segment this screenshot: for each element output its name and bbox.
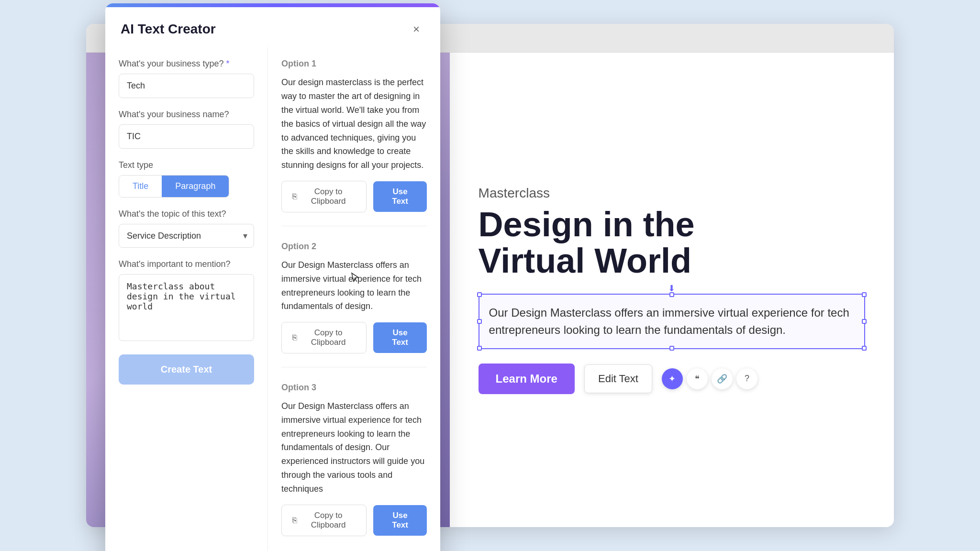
text-type-toggle: Title Paragraph	[119, 175, 229, 198]
business-type-label: What's your business type? *	[119, 59, 254, 69]
mention-label: What's important to mention?	[119, 259, 254, 269]
option-1-copy-button[interactable]: ⎘ Copy to Clipboard	[281, 181, 367, 212]
left-panel: What's your business type? * What's your…	[105, 47, 268, 551]
ai-text-creator-modal: AI Text Creator × What's your business t…	[105, 3, 440, 551]
required-marker: *	[226, 59, 230, 68]
modal-body: What's your business type? * What's your…	[105, 47, 440, 551]
option-1-text: Our design masterclass is the perfect wa…	[281, 76, 427, 172]
option-3-copy-button[interactable]: ⎘ Copy to Clipboard	[281, 505, 367, 536]
modal-header: AI Text Creator ×	[105, 7, 440, 47]
right-panel: Option 1 Our design masterclass is the p…	[268, 47, 440, 551]
option-1-label: Option 1	[281, 59, 427, 69]
copy-icon-2: ⎘	[292, 333, 297, 342]
modal-top-bar	[105, 3, 440, 7]
modal-title: AI Text Creator	[121, 22, 216, 37]
business-name-input[interactable]	[119, 124, 254, 149]
copy-icon-3: ⎘	[292, 516, 297, 525]
text-type-section: Text type Title Paragraph	[119, 160, 254, 198]
option-3-label: Option 3	[281, 383, 427, 393]
option-2-actions: ⎘ Copy to Clipboard Use Text	[281, 322, 427, 353]
option-2-text: Our Design Masterclass offers an immersi…	[281, 258, 427, 313]
text-type-label: Text type	[119, 160, 254, 170]
topic-select[interactable]: Service Description	[119, 224, 254, 248]
option-2-label: Option 2	[281, 242, 427, 252]
topic-select-wrapper: Service Description ▾	[119, 224, 254, 248]
modal-close-button[interactable]: ×	[408, 21, 425, 38]
business-type-input[interactable]	[119, 74, 254, 98]
option-2-section: Option 2 Our Design Masterclass offers a…	[281, 242, 427, 367]
option-3-use-button[interactable]: Use Text	[373, 505, 427, 536]
create-text-button[interactable]: Create Text	[119, 354, 254, 385]
option-2-copy-button[interactable]: ⎘ Copy to Clipboard	[281, 322, 367, 353]
option-1-section: Option 1 Our design masterclass is the p…	[281, 59, 427, 226]
option-2-use-button[interactable]: Use Text	[373, 322, 427, 353]
modal-overlay: AI Text Creator × What's your business t…	[0, 0, 980, 551]
option-3-section: Option 3 Our Design Masterclass offers a…	[281, 383, 427, 550]
copy-icon-1: ⎘	[292, 192, 297, 201]
topic-label: What's the topic of this text?	[119, 209, 254, 219]
paragraph-type-button[interactable]: Paragraph	[162, 176, 229, 197]
option-1-use-button[interactable]: Use Text	[373, 181, 427, 212]
option-3-text: Our Design Masterclass offers an immersi…	[281, 399, 427, 496]
title-type-button[interactable]: Title	[119, 176, 162, 197]
option-3-actions: ⎘ Copy to Clipboard Use Text	[281, 505, 427, 536]
option-1-actions: ⎘ Copy to Clipboard Use Text	[281, 181, 427, 212]
business-name-label: What's your business name?	[119, 110, 254, 120]
mention-textarea[interactable]: Masterclass about design in the virtual …	[119, 274, 254, 341]
